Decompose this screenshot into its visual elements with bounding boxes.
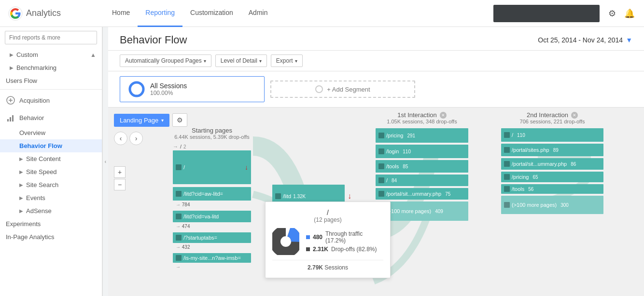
grouped-pages-btn[interactable]: Automatically Grouped Pages ▾ [120,54,211,67]
si-more-icon [504,202,510,208]
si-node-more[interactable]: (>100 more pages) 300 [501,196,603,214]
si-pricing-label: /pricing [512,174,529,180]
ismy-label: /is-my-site...n?aw-imsb= [183,255,241,261]
si-node-portal-summary[interactable]: /portal/sit...ummary.php 86 [501,158,603,170]
fi-node-pricing[interactable]: /pricing 291 [376,128,468,143]
starting-node-litd-va[interactable]: /litd?cid=va-litd [173,211,251,222]
sidebar-item-custom[interactable]: ▶ Custom ▲ [0,48,102,61]
nav-item-customization[interactable]: Customization [182,0,241,27]
si-root-icon [504,132,510,138]
sidebar-item-experiments[interactable]: Experiments [0,217,102,230]
segment-info: All Sessions 100.00% [150,82,187,96]
behavior-label: Behavior [19,114,44,121]
notifications-icon[interactable]: 🔔 [623,7,636,20]
behavior-icon [6,113,15,122]
zoom-out-btn[interactable]: − [114,179,126,190]
site-content-label: Site Content [26,155,61,162]
benchmarking-arrow-icon: ▶ [10,65,14,70]
nav-item-reporting[interactable]: Reporting [138,0,182,27]
pricing-value: 291 [407,133,415,138]
landing-page-controls: Landing Page ▾ ⚙ [114,113,187,127]
sidebar-collapse-btn[interactable]: ‹ [102,27,108,296]
nav-item-home[interactable]: Home [104,0,138,27]
add-segment-radio-icon [315,85,323,93]
export-btn[interactable]: Export ▾ [271,54,303,67]
litd-value: 1.32K [293,194,306,199]
tooltip-legend-dropoffs: 2.31K Drop-offs (82.8%) [306,246,383,253]
sidebar: ▶ Custom ▲ ▶ Benchmarking Users Flow [0,27,108,296]
sidebar-item-in-page-analytics[interactable]: In-Page Analytics [0,230,102,243]
dropoffs-label: Drop-offs (82.8%) [331,246,377,253]
sidebar-item-behavior-flow[interactable]: Behavior Flow [0,139,102,152]
settings-icon[interactable]: ⚙ [605,7,619,20]
date-range-picker[interactable]: Oct 25, 2014 - Nov 24, 2014 ▼ [538,36,632,44]
si-more-label: (>100 more pages) [512,202,557,208]
starting-node-startup[interactable]: /?startuptabs= [173,232,251,243]
fi-node-tools[interactable]: /tools 85 [376,160,468,173]
main-content: Behavior Flow Oct 25, 2014 - Nov 24, 201… [108,27,644,296]
sidebar-item-users-flow[interactable]: Users Flow [0,74,102,87]
sidebar-item-overview[interactable]: Overview [0,126,102,139]
landing-page-dropdown-btn[interactable]: Landing Page ▾ [114,114,169,127]
si-node-tools[interactable]: /tools 56 [501,184,603,194]
sidebar-item-site-speed[interactable]: ▶ Site Speed [0,165,102,178]
sidebar-item-adsense[interactable]: ▶ AdSense [0,204,102,217]
more-label: (>100 more pages) [386,208,431,214]
litd-va-arrow-icon: → [176,224,181,229]
landing-page-label: Landing Page [120,117,158,124]
nav-left-arrow-btn[interactable]: ‹ [114,132,127,145]
fi-node-root[interactable]: / 84 [376,175,468,186]
first-interaction-title-row: 1st Interaction ✕ [376,111,468,119]
page-title: Behavior Flow [120,34,187,46]
si-root-label: / [512,132,513,138]
sidebar-main-behavior[interactable]: Behavior [0,109,102,126]
flow-settings-btn[interactable]: ⚙ [172,113,187,127]
sidebar-search-input[interactable] [5,31,97,44]
sidebar-main-acquisition[interactable]: Acquisition [0,92,102,109]
site-search-label: Site Search [26,181,58,188]
si-tools-label: /tools [512,186,524,192]
fi-root-value: 84 [392,178,397,183]
nav-right-arrow-btn[interactable]: › [129,132,143,145]
segments-row: All Sessions 100.00% + Add Segment [108,71,644,108]
first-interaction-title: 1st Interaction [397,111,437,119]
landing-page-chevron-icon: ▾ [161,118,164,123]
login-icon [378,148,384,154]
active-segment[interactable]: All Sessions 100.00% [120,76,265,102]
fi-node-login[interactable]: /login 110 [376,145,468,158]
starting-node-litd-aw[interactable]: /litd?cid=aw-litd= [173,187,251,201]
date-range-arrow-icon: ▼ [626,36,632,44]
tooltip-chart-area: 480 Through traffic (17.2%) 2.31K Drop-o… [272,228,383,255]
through-color-dot [306,235,310,239]
sidebar-item-events[interactable]: ▶ Events [0,191,102,204]
toolbar: Automatically Grouped Pages ▾ Level of D… [108,51,644,71]
add-segment-label: + Add Segment [327,86,370,93]
si-node-root[interactable]: / 110 [501,128,603,142]
tooltip-legend: 480 Through traffic (17.2%) 2.31K Drop-o… [306,230,383,253]
level-of-detail-btn[interactable]: Level of Detail ▾ [215,54,267,67]
startup-value: 432 [182,244,190,250]
header: Analytics Home Reporting Customization A… [0,0,644,27]
add-segment-btn[interactable]: + Add Segment [270,81,415,98]
starting-node-root-block[interactable]: / ↓ [173,150,251,184]
fi-node-portal-summary[interactable]: /portal/sit...ummary.php 75 [376,188,468,200]
sidebar-content: ▶ Custom ▲ ▶ Benchmarking Users Flow [0,27,102,296]
flow-content: Starting pages 6.44K sessions, 5.39K dro… [171,108,644,296]
sidebar-item-site-content[interactable]: ▶ Site Content [0,152,102,165]
second-interaction-close-btn[interactable]: ✕ [571,112,578,119]
page-header: Behavior Flow Oct 25, 2014 - Nov 24, 201… [108,27,644,51]
starting-node-ismy[interactable]: /is-my-site...n?aw-imsb= [173,253,251,263]
main-layout: ▶ Custom ▲ ▶ Benchmarking Users Flow [0,27,644,296]
si-node-portal-sites[interactable]: /portal/sites.php 89 [501,144,603,156]
zoom-in-btn[interactable]: + [114,166,126,178]
starting-litd-aw-stats: → 784 [173,202,251,208]
sidebar-collapse-icon[interactable]: ▲ [90,52,96,58]
sidebar-item-site-search[interactable]: ▶ Site Search [0,178,102,191]
first-interaction-close-btn[interactable]: ✕ [440,112,447,119]
nav-item-admin[interactable]: Admin [241,0,276,27]
drop-indicator: ↓ [245,163,248,171]
more-value: 409 [435,209,443,214]
logo: Analytics [8,6,85,21]
sidebar-item-benchmarking[interactable]: ▶ Benchmarking [0,61,102,74]
si-node-pricing[interactable]: /pricing 65 [501,172,603,182]
